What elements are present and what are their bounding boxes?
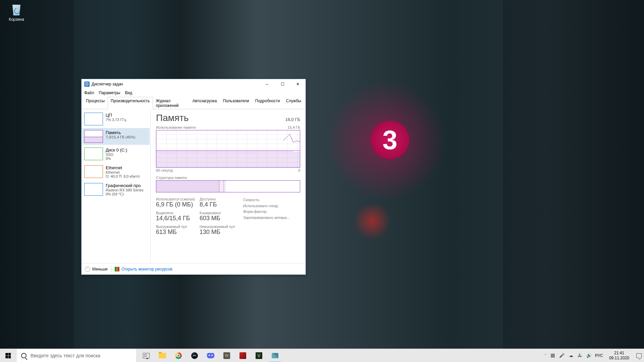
start-button[interactable] [0,349,16,362]
performance-detail: Память 16,0 ГБ Использование памяти 15,4… [151,109,306,263]
memory-total: 16,0 ГБ [285,117,300,122]
tab-services[interactable]: Службы [283,97,304,109]
taskbar: Введите здесь текст для поиска W V ˄ 🎤 ☁… [0,349,644,362]
eth-sub2: О: 40,0 П: 8,0 кбит/с [106,174,148,178]
cpu-sub: 7% 3,73 ГГц [106,118,148,122]
memory-thumb-icon [84,130,103,143]
wallpaper-shade-left [0,0,74,349]
tab-processes[interactable]: Процессы [83,97,108,109]
recycle-bin-label: Корзина [9,17,24,22]
tab-startup[interactable]: Автозагрузка [190,97,220,109]
available-value: 8,4 ГБ [200,201,240,208]
fewer-details-button[interactable]: ˄ Меньше [85,266,108,272]
menu-file[interactable]: Файл [84,90,94,95]
taskbar-app-task-manager[interactable] [267,349,283,362]
tab-users[interactable]: Пользователи [220,97,252,109]
search-placeholder: Введите здесь текст для поиска [31,353,100,358]
detail-heading: Память [156,113,189,123]
committed-label: Выделено [156,211,196,215]
window-title: Диспетчер задач [92,82,123,86]
window-controls: ─ ☐ ✕ [259,79,306,89]
sidebar-item-cpu[interactable]: ЦП 7% 3,73 ГГц [82,111,150,127]
gpu-thumb-icon [84,183,103,196]
sidebar-item-disk[interactable]: Диск 0 (C:) SSD 0% [82,145,150,163]
taskbar-app-wot[interactable]: W [219,349,235,362]
microphone-icon[interactable]: 🎤 [559,353,565,358]
task-manager-taskbar-icon [272,353,278,358]
tab-details[interactable]: Подробности [252,97,283,109]
menu-options[interactable]: Параметры [99,90,120,95]
memory-usage-chart [156,130,300,168]
eth-title: Ethernet [106,165,148,170]
usage-chart-ymax: 15,4 ГБ [287,125,300,129]
fewer-details-label: Меньше [92,267,108,272]
in-use-value: 6,9 ГБ (0 МБ) [156,201,196,208]
taskbar-app-gta5[interactable]: V [251,349,267,362]
maximize-button[interactable]: ☐ [275,79,290,89]
meta-form: Форм-фактор: [243,209,300,215]
gpu-sub2: 0% (59 °C) [106,192,148,196]
committed-value: 14,6/15,4 ГБ [156,215,196,222]
disk-sub1: SSD [106,153,148,157]
gpu-sub1: Radeon RX 580 Series [106,188,148,192]
menu-view[interactable]: Вид [125,90,132,95]
memory-sub: 7,0/15,4 ГБ (45%) [106,135,148,139]
sidebar-item-gpu[interactable]: Графический про Radeon RX 580 Series 0% … [82,181,150,198]
network-icon[interactable]: 🖧 [578,353,582,358]
tab-performance[interactable]: Производительность [108,97,153,109]
nonpaged-label: Невыгружаемый пул [200,225,240,229]
minimize-button[interactable]: ─ [259,79,275,89]
wallpaper-subway-number: 3 [371,121,409,159]
menubar: Файл Параметры Вид [82,89,306,97]
app-red-icon [239,352,246,359]
task-view-icon [143,353,150,358]
x-axis-right: 0 [298,168,300,172]
system-tray: ˄ 🎤 ☁ 🖧 🔊 РУС 21:41 09.11.2020 [545,349,644,362]
taskbar-app-generic[interactable] [235,349,251,362]
resource-monitor-label: Открыть монитор ресурсов [121,267,172,272]
tray-time: 21:41 [609,351,629,355]
open-resource-monitor-link[interactable]: Открыть монитор ресурсов [115,267,172,272]
nonpaged-value: 130 МБ [200,229,240,236]
tray-clock[interactable]: 21:41 09.11.2020 [606,351,632,360]
taskbar-app-explorer[interactable] [154,349,170,362]
titlebar[interactable]: Диспетчер задач ─ ☐ ✕ [82,79,306,89]
action-center-button[interactable] [635,349,643,362]
steam-icon [191,352,198,359]
volume-icon[interactable]: 🔊 [586,353,592,358]
memory-stats: Используется (сжатая) 6,9 ГБ (0 МБ) Дост… [156,197,300,236]
disk-thumb-icon [84,147,103,160]
folder-icon [159,353,166,358]
tab-strip: Процессы Производительность Журнал прило… [82,97,306,109]
input-language[interactable]: РУС [595,353,603,358]
meta-reserved: Зарезервировано аппара... [243,215,300,221]
wot-icon: W [223,352,230,359]
composition-modified [219,181,224,192]
sidebar-item-ethernet[interactable]: Ethernet Ethernet О: 40,0 П: 8,0 кбит/с [82,163,150,180]
taskbar-app-chrome[interactable] [170,349,186,362]
chart-line [156,150,300,151]
composition-standby [224,181,225,192]
tab-app-history[interactable]: Журнал приложений [153,97,190,109]
cached-label: Кэшировано [200,211,240,215]
sidebar-item-memory[interactable]: Память 7,0/15,4 ГБ (45%) [82,128,150,145]
taskbar-search[interactable]: Введите здесь текст для поиска [16,349,137,362]
search-icon [21,353,26,358]
tray-overflow-button[interactable]: ˄ [545,354,546,357]
desktop-icon-recycle-bin[interactable]: Корзина [4,3,29,22]
close-button[interactable]: ✕ [290,79,306,89]
composition-in-use [156,181,219,192]
ethernet-thumb-icon [84,165,103,178]
onedrive-icon[interactable]: ☁ [569,353,573,358]
composition-label: Структура памяти [156,176,300,180]
cpu-thumb-icon [84,113,103,125]
task-view-button[interactable] [138,349,154,362]
taskbar-app-discord[interactable] [203,349,219,362]
taskbar-app-steam[interactable] [186,349,203,362]
tray-app-icon[interactable] [551,354,555,358]
taskbar-apps: W V [138,349,283,362]
windows-logo-icon [5,353,11,358]
notification-icon [636,353,642,358]
memory-composition-chart [156,180,300,192]
chrome-icon [175,352,182,359]
